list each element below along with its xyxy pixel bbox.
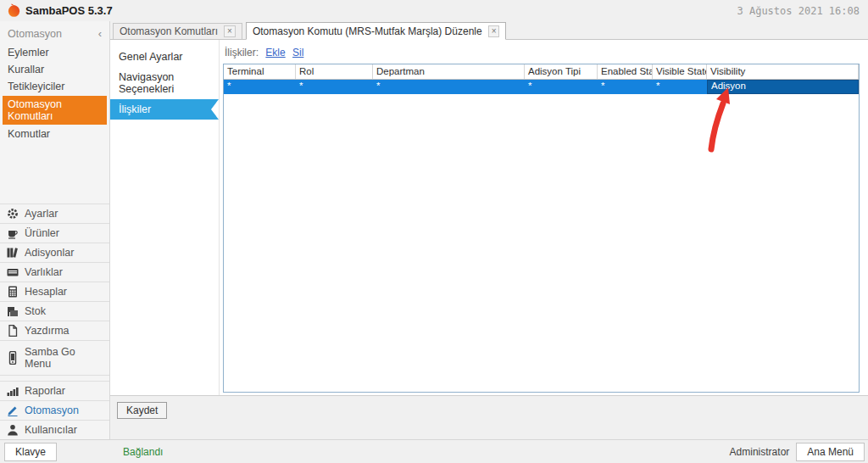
- inner-nav-navigasyon-secenekleri[interactable]: Navigasyon Seçenekleri: [110, 67, 219, 99]
- save-button[interactable]: Kaydet: [117, 402, 167, 419]
- column-header-visibility[interactable]: Visibility: [707, 64, 859, 79]
- gear-icon: [7, 207, 19, 220]
- column-header-rol[interactable]: Rol: [296, 64, 373, 79]
- collapse-icon[interactable]: ‹: [98, 27, 102, 40]
- module-label: Otomasyon: [25, 404, 79, 416]
- books-icon: [7, 246, 19, 259]
- module-varliklar[interactable]: Varlıklar: [0, 262, 109, 282]
- cell-adisyon-tipi[interactable]: *: [525, 80, 598, 94]
- close-icon[interactable]: ×: [488, 25, 500, 37]
- chart-icon: [7, 384, 19, 398]
- module-raporlar[interactable]: Raporlar: [0, 381, 109, 400]
- inner-nav: Genel Ayarlar Navigasyon Seçenekleri İli…: [110, 40, 220, 395]
- boxes-icon: [7, 304, 19, 318]
- module-label: Hesaplar: [25, 286, 67, 298]
- module-label: Stok: [25, 305, 46, 317]
- content-footer: Kaydet: [110, 395, 868, 439]
- tab-label: Otomasyon Komutu (MRS-Mutfak Marşla) Düz…: [253, 25, 482, 37]
- tab-otomasyon-komutu-duzenle[interactable]: Otomasyon Komutu (MRS-Mutfak Marşla) Düz…: [246, 22, 507, 40]
- sidebar-item-komutlar[interactable]: Komutlar: [0, 126, 109, 142]
- inner-nav-iliskiler[interactable]: İlişkiler: [110, 99, 219, 120]
- card-icon: [7, 265, 19, 279]
- cell-visibility[interactable]: Adisyon: [707, 80, 859, 94]
- module-label: Kullanıcılar: [25, 424, 77, 436]
- cell-departman[interactable]: *: [373, 80, 525, 94]
- tab-strip: Otomasyon Komutları × Otomasyon Komutu (…: [110, 21, 868, 40]
- module-samba-go-menu[interactable]: Samba Go Menu: [0, 340, 109, 375]
- tab-content: Genel Ayarlar Navigasyon Seçenekleri İli…: [110, 40, 868, 395]
- table-row[interactable]: * * * * * * Adisyon: [224, 80, 859, 94]
- module-label: Ayarlar: [25, 208, 58, 220]
- module-label: Varlıklar: [25, 266, 63, 278]
- module-urunler[interactable]: Ürünler: [0, 223, 109, 243]
- logged-in-user: Administrator: [730, 446, 790, 458]
- title-bar: SambaPOS 5.3.7 3 Ağustos 2021 16:08: [0, 0, 868, 21]
- sambapos-logo-icon: [7, 3, 21, 18]
- relations-table: Terminal Rol Departman Adisyon Tipi Enab…: [223, 64, 860, 393]
- module-label: Adisyonlar: [25, 247, 74, 259]
- module-separator: [0, 375, 109, 381]
- pen-icon: [7, 404, 19, 417]
- module-adisyonlar[interactable]: Adisyonlar: [0, 243, 109, 262]
- module-label: Samba Go Menu: [25, 346, 103, 370]
- cell-visible-states[interactable]: *: [653, 80, 707, 94]
- module-ayarlar[interactable]: Ayarlar: [0, 204, 109, 223]
- module-label: Ürünler: [25, 227, 59, 239]
- sidebar: Otomasyon ‹ Eylemler Kurallar Tetikleyic…: [0, 21, 110, 439]
- column-header-departman[interactable]: Departman: [373, 64, 525, 79]
- sidebar-item-otomasyon-komutlari[interactable]: Otomasyon Komutları: [3, 96, 107, 125]
- cup-icon: [7, 226, 19, 240]
- module-yazdirma[interactable]: Yazdırma: [0, 321, 109, 340]
- add-relation-link[interactable]: Ekle: [265, 47, 285, 59]
- page-icon: [7, 324, 19, 337]
- column-header-adisyon-tipi[interactable]: Adisyon Tipi: [525, 64, 598, 79]
- tab-label: Otomasyon Komutları: [120, 25, 218, 37]
- keyboard-button[interactable]: Klavye: [4, 443, 57, 461]
- person-icon: [7, 423, 19, 437]
- module-stok[interactable]: Stok: [0, 301, 109, 321]
- cell-enabled-states[interactable]: *: [598, 80, 653, 94]
- cell-terminal[interactable]: *: [224, 80, 296, 94]
- calculator-icon: [7, 285, 19, 298]
- connection-status: Bağlandı: [123, 446, 163, 458]
- relations-label: İlişkiler:: [225, 47, 259, 59]
- sidebar-header-label: Otomasyon: [8, 28, 62, 40]
- column-header-enabled-states[interactable]: Enabled States: [598, 64, 653, 79]
- main-menu-button[interactable]: Ana Menü: [796, 443, 865, 461]
- cell-rol[interactable]: *: [296, 80, 373, 94]
- sidebar-item-eylemler[interactable]: Eylemler: [0, 44, 109, 61]
- module-label: Yazdırma: [25, 325, 70, 337]
- sidebar-item-tetikleyiciler[interactable]: Tetikleyiciler: [0, 78, 109, 95]
- close-icon[interactable]: ×: [224, 25, 236, 37]
- column-header-visible-states[interactable]: Visible States: [653, 64, 707, 79]
- relations-toolbar: İlişkiler: Ekle Sil: [223, 42, 860, 64]
- clock: 3 Ağustos 2021 16:08: [737, 5, 860, 17]
- module-hesaplar[interactable]: Hesaplar: [0, 282, 109, 301]
- status-bar: Klavye Bağlandı Administrator Ana Menü: [0, 439, 868, 463]
- module-otomasyon[interactable]: Otomasyon: [0, 400, 109, 420]
- phone-icon: [7, 351, 19, 365]
- column-header-terminal[interactable]: Terminal: [224, 64, 296, 79]
- sidebar-modules: Ayarlar Ürünler Adisyonlar Varlıklar: [0, 204, 109, 439]
- inner-nav-genel-ayarlar[interactable]: Genel Ayarlar: [110, 47, 219, 67]
- content-area: Otomasyon Komutları × Otomasyon Komutu (…: [110, 21, 868, 439]
- tab-otomasyon-komutlari[interactable]: Otomasyon Komutları ×: [113, 23, 242, 39]
- delete-relation-link[interactable]: Sil: [292, 47, 303, 59]
- app-title: SambaPOS 5.3.7: [25, 4, 113, 17]
- module-kullanicilar[interactable]: Kullanıcılar: [0, 420, 109, 439]
- sidebar-header: Otomasyon ‹: [0, 21, 109, 44]
- module-label: Raporlar: [25, 385, 65, 397]
- relations-panel: İlişkiler: Ekle Sil Terminal Rol Departm…: [220, 40, 868, 395]
- table-header: Terminal Rol Departman Adisyon Tipi Enab…: [224, 64, 859, 80]
- sidebar-item-kurallar[interactable]: Kurallar: [0, 61, 109, 78]
